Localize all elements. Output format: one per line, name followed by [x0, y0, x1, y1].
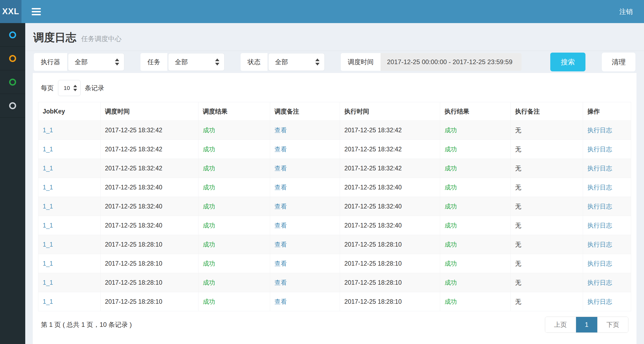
clear-button[interactable]: 清理 — [602, 53, 635, 71]
status-select-value: 全部 — [275, 58, 288, 66]
pagesize-select[interactable]: 10 — [58, 80, 81, 96]
table-row: 1_12017-12-25 18:28:10成功查看2017-12-25 18:… — [38, 254, 631, 273]
exec-log-link-cell: 执行日志 — [583, 197, 631, 216]
sidebar-item-4[interactable] — [0, 94, 25, 118]
time-filter-label: 调度时间 — [341, 53, 381, 71]
exec-log-link[interactable]: 执行日志 — [587, 127, 612, 134]
next-page-button[interactable]: 下页 — [597, 317, 628, 332]
pagination: 上页 1 下页 — [545, 317, 628, 333]
exec-log-link[interactable]: 执行日志 — [587, 298, 612, 305]
jobkey-link[interactable]: 1_1 — [43, 184, 53, 191]
trigger-msg-link[interactable]: 查看 — [274, 260, 287, 267]
jobkey-link[interactable]: 1_1 — [43, 260, 53, 267]
job-select-value: 全部 — [175, 58, 188, 66]
jobkey-link-cell: 1_1 — [38, 140, 101, 159]
pagesize-suffix-label: 条记录 — [85, 84, 104, 92]
jobkey-link[interactable]: 1_1 — [43, 298, 53, 305]
exec-log-link-cell: 执行日志 — [583, 273, 631, 292]
exec-msg-cell: 无 — [511, 273, 583, 292]
current-page-button[interactable]: 1 — [576, 317, 597, 332]
exec-log-link[interactable]: 执行日志 — [587, 260, 612, 267]
exec-msg-cell: 无 — [511, 235, 583, 254]
trigger-time-cell: 2017-12-25 18:32:40 — [100, 197, 198, 216]
exec-log-link-cell: 执行日志 — [583, 121, 631, 140]
trigger-msg-link[interactable]: 查看 — [274, 184, 287, 191]
column-header-5: 执行时间 — [340, 102, 440, 121]
exec-result-cell: 成功 — [440, 178, 511, 197]
jobkey-link[interactable]: 1_1 — [43, 279, 53, 286]
jobkey-link[interactable]: 1_1 — [43, 203, 53, 210]
exec-result-cell: 成功 — [440, 292, 511, 311]
trigger-msg-link[interactable]: 查看 — [274, 241, 287, 248]
navbar: 注销 — [21, 0, 644, 23]
table-row: 1_12017-12-25 18:28:10成功查看2017-12-25 18:… — [38, 292, 631, 311]
status-select[interactable]: 全部 — [268, 53, 325, 71]
exec-time-cell: 2017-12-25 18:28:10 — [340, 292, 440, 311]
exec-log-link[interactable]: 执行日志 — [587, 165, 612, 172]
sidebar-item-1[interactable] — [0, 23, 25, 47]
page-header: 调度日志 任务调度中心 — [25, 23, 644, 51]
trigger-result-cell: 成功 — [198, 121, 270, 140]
trigger-msg-link[interactable]: 查看 — [274, 165, 287, 172]
trigger-msg-link[interactable]: 查看 — [274, 279, 287, 286]
status-filter-group: 状态 全部 — [241, 53, 325, 71]
trigger-msg-link[interactable]: 查看 — [274, 203, 287, 210]
exec-log-link[interactable]: 执行日志 — [587, 146, 612, 153]
jobkey-link-cell: 1_1 — [38, 235, 101, 254]
trigger-result-cell: 成功 — [198, 273, 270, 292]
prev-page-button[interactable]: 上页 — [545, 317, 576, 332]
search-button[interactable]: 搜索 — [550, 53, 585, 71]
trigger-msg-link-cell: 查看 — [270, 121, 340, 140]
pagesize-row: 每页 10 条记录 — [41, 80, 631, 96]
logout-link[interactable]: 注销 — [619, 7, 633, 16]
exec-result-cell: 成功 — [440, 140, 511, 159]
exec-result-cell: 成功 — [440, 197, 511, 216]
trigger-msg-link-cell: 查看 — [270, 254, 340, 273]
select-arrows-icon — [215, 58, 219, 65]
trigger-time-cell: 2017-12-25 18:32:42 — [100, 159, 198, 178]
trigger-result-cell: 成功 — [198, 235, 270, 254]
exec-log-link[interactable]: 执行日志 — [587, 279, 612, 286]
jobkey-link[interactable]: 1_1 — [43, 241, 53, 248]
trigger-result-cell: 成功 — [198, 140, 270, 159]
page-subtitle: 任务调度中心 — [81, 35, 121, 42]
exec-time-cell: 2017-12-25 18:32:42 — [340, 159, 440, 178]
jobkey-link[interactable]: 1_1 — [43, 127, 53, 134]
select-arrows-icon — [115, 58, 119, 65]
exec-log-link[interactable]: 执行日志 — [587, 241, 612, 248]
sidebar-toggle-icon[interactable] — [32, 6, 41, 17]
table-row: 1_12017-12-25 18:32:42成功查看2017-12-25 18:… — [38, 121, 631, 140]
jobkey-link-cell: 1_1 — [38, 159, 101, 178]
trigger-msg-link[interactable]: 查看 — [274, 146, 287, 153]
exec-log-link[interactable]: 执行日志 — [587, 203, 612, 210]
table-footer: 第 1 页 ( 总共 1 页，10 条记录 ) 上页 1 下页 — [41, 317, 628, 339]
trigger-result-cell: 成功 — [198, 254, 270, 273]
trigger-msg-link[interactable]: 查看 — [274, 127, 287, 134]
trigger-time-cell: 2017-12-25 18:32:40 — [100, 178, 198, 197]
executor-select[interactable]: 全部 — [68, 53, 124, 71]
exec-log-link-cell: 执行日志 — [583, 216, 631, 235]
exec-log-link-cell: 执行日志 — [583, 254, 631, 273]
exec-log-link-cell: 执行日志 — [583, 235, 631, 254]
column-header-7: 执行备注 — [511, 102, 583, 121]
exec-time-cell: 2017-12-25 18:32:40 — [340, 197, 440, 216]
trigger-msg-link[interactable]: 查看 — [274, 298, 287, 305]
jobkey-link[interactable]: 1_1 — [43, 146, 53, 153]
sidebar-item-2[interactable] — [0, 47, 25, 70]
exec-log-link-cell: 执行日志 — [583, 178, 631, 197]
jobkey-link[interactable]: 1_1 — [43, 222, 53, 229]
exec-log-link-cell: 执行日志 — [583, 159, 631, 178]
job-select[interactable]: 全部 — [168, 53, 225, 71]
trigger-result-cell: 成功 — [198, 197, 270, 216]
jobkey-link[interactable]: 1_1 — [43, 165, 53, 172]
sidebar-item-3[interactable] — [0, 70, 25, 94]
exec-result-cell: 成功 — [440, 159, 511, 178]
executor-filter-label: 执行器 — [34, 53, 67, 71]
table-row: 1_12017-12-25 18:32:42成功查看2017-12-25 18:… — [38, 159, 631, 178]
trigger-msg-link-cell: 查看 — [270, 216, 340, 235]
time-range-input[interactable]: 2017-12-25 00:00:00 - 2017-12-25 23:59:5… — [381, 53, 522, 71]
trigger-msg-link[interactable]: 查看 — [274, 222, 287, 229]
exec-log-link[interactable]: 执行日志 — [587, 222, 612, 229]
exec-log-link[interactable]: 执行日志 — [587, 184, 612, 191]
trigger-time-cell: 2017-12-25 18:28:10 — [100, 273, 198, 292]
